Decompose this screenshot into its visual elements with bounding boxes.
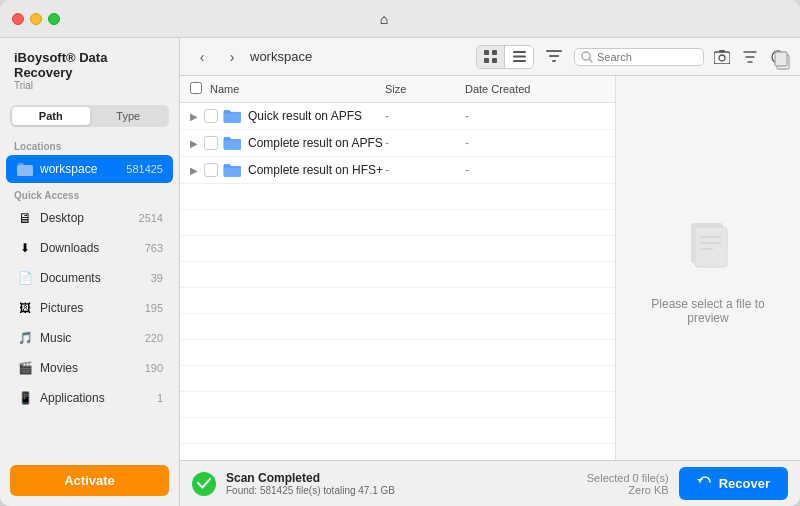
sidebar-item-workspace[interactable]: workspace 581425 <box>6 155 173 183</box>
camera-icon[interactable] <box>710 45 734 69</box>
forward-button[interactable]: › <box>220 45 244 69</box>
expand-icon-3[interactable]: ▶ <box>190 165 204 176</box>
folder-icon-3 <box>222 162 242 178</box>
col-size-header: Size <box>385 83 465 95</box>
svg-rect-23 <box>695 227 727 267</box>
sidebar-item-music[interactable]: 🎵 Music 220 <box>6 324 173 352</box>
scan-complete-icon <box>192 472 216 496</box>
empty-row-6 <box>180 314 615 340</box>
svg-point-15 <box>719 55 725 61</box>
music-count: 220 <box>145 332 163 344</box>
file-browser: Name Size Date Created ▶ <box>180 76 800 460</box>
applications-icon: 📱 <box>16 389 34 407</box>
pictures-count: 195 <box>145 302 163 314</box>
view-buttons <box>476 45 534 69</box>
movies-icon: 🎬 <box>16 359 34 377</box>
sidebar-item-applications[interactable]: 📱 Applications 1 <box>6 384 173 412</box>
file-name-1: Quick result on APFS <box>248 109 385 123</box>
folder-icon-2 <box>222 135 242 151</box>
file-date-1: - <box>465 109 605 123</box>
desktop-count: 2514 <box>139 212 163 224</box>
content-area: ‹ › workspace <box>180 38 800 506</box>
desktop-label: Desktop <box>40 211 139 225</box>
empty-row-9 <box>180 392 615 418</box>
file-row-2[interactable]: ▶ Complete result on APFS - - <box>180 130 615 157</box>
recover-button[interactable]: Recover <box>679 467 788 500</box>
empty-row-3 <box>180 236 615 262</box>
workspace-label: workspace <box>40 162 126 176</box>
sidebar-item-pictures[interactable]: 🖼 Pictures 195 <box>6 294 173 322</box>
svg-rect-5 <box>492 58 497 63</box>
minimize-button[interactable] <box>30 13 42 25</box>
main-content: iBoysoft® Data Recovery Trial Path Type … <box>0 38 800 506</box>
pictures-label: Pictures <box>40 301 145 315</box>
file-row-3[interactable]: ▶ Complete result on HFS+ - - <box>180 157 615 184</box>
svg-rect-11 <box>552 60 556 62</box>
back-button[interactable]: ‹ <box>190 45 214 69</box>
svg-rect-4 <box>484 58 489 63</box>
sidebar-header: iBoysoft® Data Recovery Trial <box>0 38 179 97</box>
empty-row-8 <box>180 366 615 392</box>
svg-rect-16 <box>719 50 725 53</box>
file-size-1: - <box>385 109 465 123</box>
expand-icon-1[interactable]: ▶ <box>190 111 204 122</box>
tab-type[interactable]: Type <box>90 107 168 125</box>
search-box <box>574 48 704 66</box>
search-input[interactable] <box>597 51 697 63</box>
file-row-1[interactable]: ▶ Quick result on APFS - - <box>180 103 615 130</box>
col-date-header: Date Created <box>465 83 605 95</box>
recover-icon <box>697 475 713 492</box>
sidebar-tabs: Path Type <box>10 105 169 127</box>
filter2-icon[interactable] <box>738 45 762 69</box>
quick-access-label: Quick Access <box>0 184 179 203</box>
file-size-2: - <box>385 136 465 150</box>
empty-row-5 <box>180 288 615 314</box>
documents-label: Documents <box>40 271 151 285</box>
desktop-icon: 🖥 <box>16 209 34 227</box>
file-date-3: - <box>465 163 605 177</box>
empty-rows <box>180 184 615 444</box>
header-checkbox[interactable] <box>190 82 202 94</box>
selected-size: Zero KB <box>587 484 669 496</box>
documents-count: 39 <box>151 272 163 284</box>
svg-rect-8 <box>513 60 526 62</box>
filter-button[interactable] <box>540 46 568 68</box>
documents-icon: 📄 <box>16 269 34 287</box>
col-name-header: Name <box>210 83 385 95</box>
home-icon[interactable]: ⌂ <box>380 11 388 27</box>
scan-status-title: Scan Completed <box>226 471 577 485</box>
selected-files: Selected 0 file(s) <box>587 472 669 484</box>
status-bar: Scan Completed Found: 581425 file(s) tot… <box>180 460 800 506</box>
svg-rect-7 <box>513 56 526 58</box>
file-name-3: Complete result on HFS+ <box>248 163 385 177</box>
sidebar-item-downloads[interactable]: ⬇ Downloads 763 <box>6 234 173 262</box>
workspace-count: 581425 <box>126 163 163 175</box>
tab-path[interactable]: Path <box>12 107 90 125</box>
file-checkbox-1[interactable] <box>204 109 218 123</box>
toolbar: ‹ › workspace <box>180 38 800 76</box>
downloads-count: 763 <box>145 242 163 254</box>
svg-rect-2 <box>484 50 489 55</box>
sidebar-bottom: Activate <box>0 455 179 506</box>
workspace-icon <box>16 160 34 178</box>
list-view-button[interactable] <box>505 46 533 68</box>
sidebar: iBoysoft® Data Recovery Trial Path Type … <box>0 38 180 506</box>
activate-button[interactable]: Activate <box>10 465 169 496</box>
maximize-button[interactable] <box>48 13 60 25</box>
file-list: Name Size Date Created ▶ <box>180 76 615 460</box>
app-title: iBoysoft® Data Recovery <box>14 50 165 80</box>
locations-label: Locations <box>0 135 179 154</box>
sidebar-item-documents[interactable]: 📄 Documents 39 <box>6 264 173 292</box>
sidebar-item-desktop[interactable]: 🖥 Desktop 2514 <box>6 204 173 232</box>
sidebar-item-movies[interactable]: 🎬 Movies 190 <box>6 354 173 382</box>
preview-placeholder-icon <box>673 211 743 285</box>
svg-rect-10 <box>549 55 559 57</box>
music-label: Music <box>40 331 145 345</box>
svg-rect-1 <box>17 165 33 176</box>
file-checkbox-2[interactable] <box>204 136 218 150</box>
close-button[interactable] <box>12 13 24 25</box>
grid-view-button[interactable] <box>477 46 505 68</box>
expand-icon-2[interactable]: ▶ <box>190 138 204 149</box>
preview-text: Please select a file to preview <box>616 297 800 325</box>
file-checkbox-3[interactable] <box>204 163 218 177</box>
